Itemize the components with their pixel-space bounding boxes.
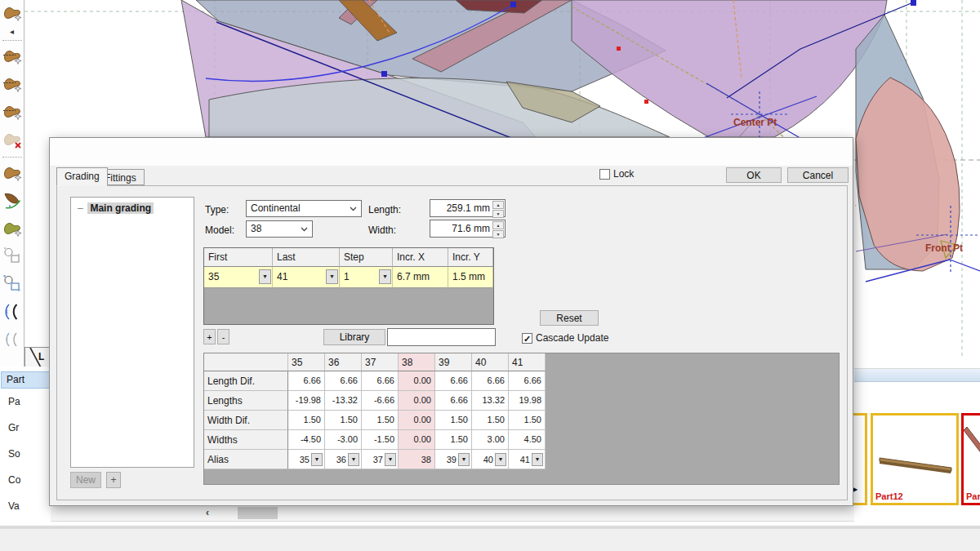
cascade-checkbox-box[interactable]: ✓ — [522, 333, 532, 344]
alias-cell-38[interactable]: 38 — [399, 450, 435, 469]
grading-cell[interactable]: 0.00 — [399, 371, 435, 391]
alias-cell-35[interactable]: 35▼ — [288, 450, 325, 469]
last-create-icon[interactable] — [1, 2, 24, 24]
grading-cell[interactable]: 1.50 — [288, 411, 325, 430]
last-measure-3-icon[interactable] — [1, 100, 24, 123]
scrollbar-left-button[interactable]: ‹ — [200, 507, 215, 520]
ok-button[interactable]: OK — [726, 167, 782, 183]
alias-cell-36[interactable]: 36▼ — [325, 450, 362, 469]
grading-cell[interactable]: 3.00 — [472, 430, 509, 450]
alias-dropdown[interactable]: ▼ — [532, 453, 543, 466]
transform-shapes-icon[interactable] — [1, 273, 24, 295]
lock-checkbox-box[interactable] — [599, 169, 610, 180]
grading-cell[interactable]: 1.50 — [362, 411, 399, 430]
grading-cell[interactable]: -3.00 — [325, 430, 362, 450]
type-combobox[interactable]: Continental — [246, 200, 362, 217]
grading-cell[interactable]: 0.00 — [399, 391, 435, 411]
grading-size-header-35[interactable]: 35 — [288, 353, 325, 371]
grading-size-header-36[interactable]: 36 — [325, 353, 362, 371]
grading-size-header-40[interactable]: 40 — [472, 353, 509, 371]
mirror-curves-icon[interactable] — [1, 300, 24, 323]
range-cell[interactable]: 6.7 mm — [393, 267, 448, 288]
grading-cell[interactable]: 6.66 — [325, 371, 362, 391]
last-solid-icon[interactable] — [1, 162, 24, 184]
sidebar-item-gr[interactable]: Gr — [8, 422, 19, 433]
sidebar-item-co[interactable]: Co — [8, 474, 20, 486]
new-plus-button[interactable]: + — [106, 472, 121, 488]
grading-size-header-38[interactable]: 38 — [399, 353, 435, 371]
range-cell-dropdown[interactable]: ▼ — [379, 269, 391, 284]
dialog-titlebar[interactable] — [50, 138, 853, 166]
grading-cell[interactable]: 6.66 — [435, 391, 472, 411]
horizontal-scrollbar[interactable]: ‹ — [51, 506, 854, 522]
range-cell[interactable]: 1.5 mm — [448, 267, 493, 288]
grading-cell[interactable]: 6.66 — [362, 371, 399, 391]
range-cell[interactable]: 1▼ — [340, 267, 393, 288]
grading-cell[interactable]: -13.32 — [325, 391, 362, 411]
sidebar-item-so[interactable]: So — [8, 448, 20, 460]
grading-cell[interactable]: 1.50 — [435, 411, 472, 430]
grading-cell[interactable]: 0.00 — [399, 430, 435, 450]
toolbar-collapse-arrow[interactable]: ◂ — [10, 28, 14, 38]
range-cell[interactable]: 35▼ — [204, 267, 273, 288]
grading-size-header-37[interactable]: 37 — [362, 353, 399, 371]
new-button[interactable]: New — [70, 472, 101, 488]
add-range-button[interactable]: + — [203, 329, 216, 344]
sidebar-item-parts[interactable]: Part — [1, 371, 51, 389]
width-spinner[interactable]: 71.6 mm ▲▼ — [430, 220, 506, 238]
alias-dropdown[interactable]: ▼ — [348, 453, 359, 466]
grading-cell[interactable]: -1.50 — [362, 430, 399, 450]
spin-down-icon[interactable]: ▼ — [492, 210, 504, 218]
grading-cell[interactable]: 6.66 — [509, 371, 546, 391]
last-bottom-icon[interactable] — [1, 189, 24, 212]
spin-up-icon[interactable]: ▲ — [492, 221, 504, 229]
grading-tree[interactable]: – Main grading — [70, 197, 194, 468]
library-button[interactable]: Library — [323, 329, 385, 345]
part-thumbnail-part[interactable]: Part — [961, 413, 980, 505]
sidebar-item-pa[interactable]: Pa — [8, 396, 20, 407]
range-cell[interactable]: 41▼ — [273, 267, 340, 288]
select-shapes-icon[interactable] — [1, 245, 24, 268]
alias-dropdown[interactable]: ▼ — [495, 453, 506, 466]
cascade-update-checkbox[interactable]: ✓ Cascade Update — [522, 332, 608, 344]
grading-cell[interactable]: -19.98 — [288, 391, 325, 411]
alias-dropdown[interactable]: ▼ — [458, 453, 470, 466]
grading-cell[interactable]: 1.50 — [509, 411, 546, 430]
mirror-curves-disabled-icon[interactable] — [1, 328, 24, 351]
remove-range-button[interactable]: - — [217, 329, 229, 344]
reset-button[interactable]: Reset — [540, 310, 599, 326]
spin-down-icon[interactable]: ▼ — [492, 230, 504, 238]
grading-cell[interactable]: 6.66 — [435, 371, 472, 391]
grading-cell[interactable]: 0.00 — [399, 411, 435, 430]
last-delete-icon[interactable] — [1, 128, 24, 151]
alias-cell-40[interactable]: 40▼ — [472, 450, 509, 469]
alias-cell-41[interactable]: 41▼ — [509, 450, 546, 469]
grading-cell[interactable]: 1.50 — [325, 411, 362, 430]
tab-grading[interactable]: Grading — [56, 167, 108, 186]
cancel-button[interactable]: Cancel — [787, 167, 849, 183]
alias-dropdown[interactable]: ▼ — [385, 453, 396, 466]
alias-cell-39[interactable]: 39▼ — [435, 450, 472, 469]
grading-cell[interactable]: -4.50 — [288, 430, 325, 450]
last-measure-2-icon[interactable] — [1, 73, 24, 96]
grading-cell[interactable]: 4.50 — [509, 430, 546, 450]
scrollbar-thumb[interactable] — [238, 507, 278, 519]
grading-cell[interactable]: 1.50 — [435, 430, 472, 450]
grading-cell[interactable]: 13.32 — [472, 391, 509, 411]
grading-cell[interactable]: 19.98 — [509, 391, 546, 411]
alias-dropdown[interactable]: ▼ — [311, 453, 323, 466]
last-tab[interactable]: L — [24, 347, 52, 367]
range-cell-dropdown[interactable]: ▼ — [326, 269, 338, 284]
spin-up-icon[interactable]: ▲ — [492, 201, 504, 209]
part-thumbnail-part12[interactable]: Part12 — [871, 413, 959, 505]
library-name-input[interactable] — [387, 328, 496, 346]
grading-cell[interactable]: -6.66 — [362, 391, 399, 411]
alias-cell-37[interactable]: 37▼ — [362, 450, 399, 469]
grading-size-header-41[interactable]: 41 — [509, 353, 546, 371]
last-flatten-icon[interactable] — [1, 217, 24, 240]
tree-item-main-grading[interactable]: – Main grading — [78, 202, 194, 214]
grading-cell[interactable]: 1.50 — [472, 411, 509, 430]
grading-cell[interactable]: 6.66 — [288, 371, 325, 391]
range-cell-dropdown[interactable]: ▼ — [259, 269, 271, 284]
lock-checkbox[interactable]: Lock — [599, 168, 634, 180]
